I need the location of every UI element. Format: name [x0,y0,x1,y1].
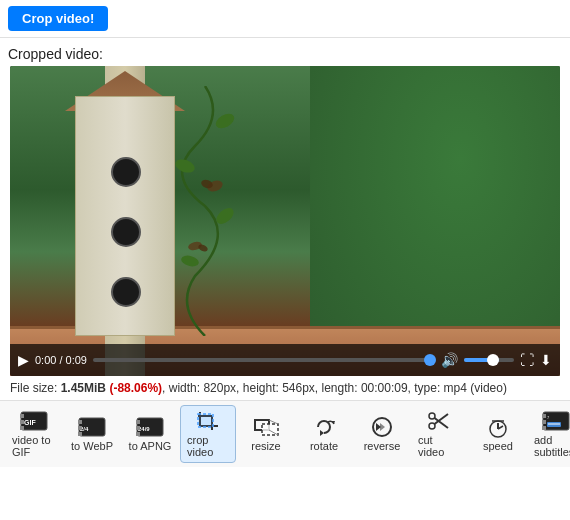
apng-icon: 24/9 [136,416,164,438]
svg-rect-48 [542,426,546,430]
volume-button[interactable]: 🔊 [441,352,458,368]
vine-decoration [175,86,235,336]
cut-icon [426,410,454,432]
svg-rect-21 [136,426,140,430]
volume-bar[interactable] [464,358,514,362]
tool-gif[interactable]: GIF video to GIF [6,406,62,462]
tool-rotate[interactable]: rotate [296,412,352,456]
svg-marker-32 [320,430,324,436]
svg-rect-10 [20,414,24,418]
svg-rect-20 [136,420,140,424]
tool-crop[interactable]: crop video [180,405,236,463]
file-info-text: File size: [10,381,61,395]
speed-icon [484,416,512,438]
progress-handle [424,354,436,366]
file-reduction: (-88.06%) [109,381,162,395]
svg-rect-22 [136,432,140,436]
svg-rect-15 [78,420,82,424]
tool-reverse[interactable]: reverse [354,412,410,456]
video-controls-bar: ▶ 0:00 / 0:09 🔊 ⛶ ⬇ [10,344,560,376]
section-label: Cropped video: [0,38,570,66]
webp-icon: 2/4 [78,416,106,438]
svg-point-0 [213,111,235,131]
gif-icon: GIF [20,410,48,432]
tool-label-crop: crop video [187,434,229,458]
volume-handle [487,354,499,366]
crop-video-button[interactable]: Crop video! [8,6,108,31]
tool-label-gif: video to GIF [12,434,56,458]
time-display: 0:00 / 0:09 [35,354,87,366]
svg-text:GIF: GIF [24,419,36,426]
toolbar: GIF video to GIF 2/4 to WebP 24/9 to APN… [0,400,570,467]
svg-point-3 [180,254,200,268]
tool-resize[interactable]: resize [238,412,294,456]
birdhouse-hole-2 [111,217,141,247]
progress-bar[interactable] [93,358,435,362]
tool-apng[interactable]: 24/9 to APNG [122,412,178,456]
reverse-icon [368,416,396,438]
play-button[interactable]: ▶ [18,352,29,368]
video-player: ▶ 0:00 / 0:09 🔊 ⛶ ⬇ [10,66,560,376]
tool-subtitles[interactable]: 7 add subtitles [528,406,570,462]
svg-rect-12 [20,426,24,430]
svg-rect-11 [20,420,24,424]
svg-point-38 [429,413,435,419]
resize-icon [252,416,280,438]
tool-label-apng: to APNG [129,440,172,452]
subtitles-icon: 7 [542,410,570,432]
tool-webp[interactable]: 2/4 to WebP [64,412,120,456]
tool-label-cut: cut video [418,434,462,458]
svg-rect-47 [542,420,546,424]
crop-icon [194,410,222,432]
tool-label-reverse: reverse [364,440,401,452]
top-bar: Crop video! [0,0,570,38]
tool-cut[interactable]: cut video [412,406,468,462]
fullscreen-button[interactable]: ⛶ [520,352,534,368]
tool-label-rotate: rotate [310,440,338,452]
tool-label-resize: resize [251,440,280,452]
birdhouse-hole-1 [111,157,141,187]
svg-rect-17 [78,432,82,436]
rotate-icon [310,416,338,438]
svg-rect-46 [542,414,546,418]
tool-label-speed: speed [483,440,513,452]
file-info: File size: 1.45MiB (-88.06%), width: 820… [0,376,570,400]
birdhouse [60,66,190,376]
birdhouse-hole-3 [111,277,141,307]
birdhouse-body [75,96,175,336]
file-details: , width: 820px, height: 546px, length: 0… [162,381,507,395]
download-button[interactable]: ⬇ [540,352,552,368]
svg-rect-27 [198,414,213,427]
svg-rect-16 [78,426,82,430]
tool-label-webp: to WebP [71,440,113,452]
tool-label-subtitles: add subtitles [534,434,570,458]
tool-speed[interactable]: speed [470,412,526,456]
file-size: 1.45MiB [61,381,106,395]
svg-point-37 [429,423,435,429]
